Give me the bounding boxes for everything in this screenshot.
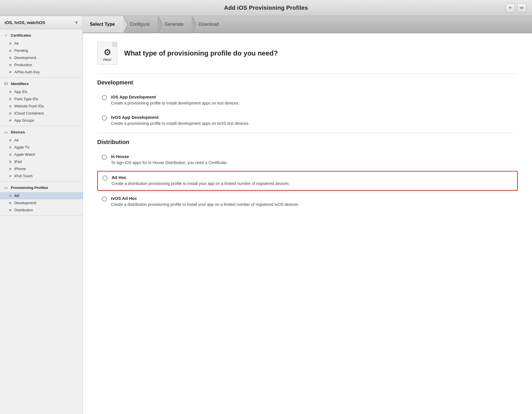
radio-content-tvos-ad-hoc: tvOS Ad HocCreate a distribution provisi… xyxy=(111,196,299,208)
prov-icon: ⚙ PROV xyxy=(97,42,117,65)
sidebar-item-identifiers-app-ids[interactable]: App IDs xyxy=(0,88,83,95)
radio-desc-in-house: To sign iOS apps for In House Distributi… xyxy=(111,160,228,166)
platform-label: iOS, tvOS, watchOS xyxy=(5,20,45,25)
sidebar-section-provisioning-profiles: ▭Provisioning ProfilesAllDevelopmentDist… xyxy=(0,182,83,216)
sidebar-item-identifiers-app-groups[interactable]: App Groups xyxy=(0,117,83,124)
sidebar-item-dot xyxy=(9,168,11,170)
devices-section-icon: ▭ xyxy=(3,130,9,134)
radio-option-in-house[interactable]: In HouseTo sign iOS apps for In House Di… xyxy=(97,151,518,169)
step-label: Configure xyxy=(130,22,150,27)
step-label: Generate xyxy=(164,22,184,27)
content-area: Select TypeConfigureGenerateDownload ⚙ P… xyxy=(83,16,532,414)
certificates-section-icon: ✓ xyxy=(3,33,9,38)
sidebar-item-label: All xyxy=(14,41,18,46)
content-section-distribution: DistributionIn HouseTo sign iOS apps for… xyxy=(97,139,518,211)
sidebar-item-label: APNs Auth Key xyxy=(14,70,40,74)
sidebar-item-label: iCloud Containers xyxy=(14,111,44,115)
sidebar-item-label: iPad xyxy=(14,159,22,164)
sidebar-item-dot xyxy=(9,195,11,197)
sidebar-item-devices-ipad[interactable]: iPad xyxy=(0,158,83,165)
step-arrow-icon xyxy=(158,16,162,33)
sidebar-item-certificates-pending[interactable]: Pending xyxy=(0,47,83,54)
sidebar-item-label: Apple Watch xyxy=(14,152,35,157)
sidebar-item-dot xyxy=(9,153,11,156)
radio-title-ios-app-dev: iOS App Development xyxy=(111,94,239,99)
sidebar-sections: ✓CertificatesAllPendingDevelopmentProduc… xyxy=(0,29,83,216)
sidebar-item-devices-iphone[interactable]: iPhone xyxy=(0,165,83,172)
radio-circle-tvos-app-dev xyxy=(102,115,107,121)
sidebar-item-devices-all[interactable]: All xyxy=(0,137,83,144)
sidebar-item-certificates-production[interactable]: Production xyxy=(0,61,83,68)
radio-desc-ios-app-dev: Create a provisioning profile to install… xyxy=(111,100,239,106)
sidebar-item-dot xyxy=(9,64,11,66)
sidebar-item-certificates-apns-auth-key[interactable]: APNs Auth Key xyxy=(0,68,83,76)
sidebar-item-label: Apple TV xyxy=(14,145,29,149)
sidebar-section-devices: ▭DevicesAllApple TVApple WatchiPadiPhone… xyxy=(0,126,83,182)
sidebar-item-provisioning-profiles-all[interactable]: All xyxy=(0,192,83,199)
step-select-type[interactable]: Select Type xyxy=(83,16,123,33)
sidebar-item-dot xyxy=(9,50,11,52)
sidebar-item-certificates-development[interactable]: Development xyxy=(0,54,83,61)
window-title: Add iOS Provisioning Profiles xyxy=(224,5,308,11)
radio-circle-tvos-ad-hoc xyxy=(102,196,107,202)
dropdown-arrow-icon: ▼ xyxy=(75,21,78,25)
radio-option-ios-app-dev[interactable]: iOS App DevelopmentCreate a provisioning… xyxy=(97,91,518,110)
sidebar-section-header-provisioning-profiles: ▭Provisioning Profiles xyxy=(0,186,83,192)
sidebar-item-devices-apple-watch[interactable]: Apple Watch xyxy=(0,151,83,158)
identifiers-section-title: Identifiers xyxy=(11,82,29,86)
radio-desc-tvos-app-dev: Create a provisioning profile to install… xyxy=(111,121,249,127)
gear-icon: ⚙ xyxy=(104,47,111,57)
radio-desc-ad-hoc: Create a distribution provisioning profi… xyxy=(112,181,290,187)
sidebar-item-devices-ipod-touch[interactable]: iPod Touch xyxy=(0,172,83,180)
step-configure[interactable]: Configure xyxy=(123,16,158,33)
sidebar-item-dot xyxy=(9,175,11,177)
sidebar-item-identifiers-website-push-ids[interactable]: Website Push IDs xyxy=(0,102,83,110)
radio-circle-ios-app-dev xyxy=(102,95,107,100)
prov-header: ⚙ PROV What type of provisioning profile… xyxy=(97,42,518,65)
radio-title-tvos-app-dev: tvOS App Development xyxy=(111,115,249,120)
sidebar-item-dot xyxy=(9,91,11,93)
content-section-development: DevelopmentiOS App DevelopmentCreate a p… xyxy=(97,79,518,133)
sidebar-item-label: Pending xyxy=(14,48,28,53)
add-button[interactable]: + xyxy=(506,3,515,13)
radio-content-in-house: In HouseTo sign iOS apps for In House Di… xyxy=(111,154,228,166)
sidebar-section-certificates: ✓CertificatesAllPendingDevelopmentProduc… xyxy=(0,29,83,78)
step-label: Download xyxy=(198,22,219,27)
sidebar-item-devices-apple-tv[interactable]: Apple TV xyxy=(0,144,83,151)
sidebar-item-label: All xyxy=(14,194,19,198)
sidebar-item-certificates-all[interactable]: All xyxy=(0,40,83,47)
step-arrow-icon xyxy=(123,16,128,33)
sidebar-item-dot xyxy=(9,42,11,45)
provisioning-profiles-section-title: Provisioning Profiles xyxy=(11,186,48,190)
sidebar: iOS, tvOS, watchOS ▼ ✓CertificatesAllPen… xyxy=(0,16,83,414)
prov-icon-fold xyxy=(112,42,117,47)
step-download[interactable]: Download xyxy=(192,16,227,33)
sidebar-item-dot xyxy=(9,209,11,211)
sidebar-item-label: All xyxy=(14,138,18,142)
radio-circle-ad-hoc xyxy=(102,176,108,181)
main-question-title: What type of provisioning profile do you… xyxy=(124,49,278,57)
radio-option-ad-hoc[interactable]: Ad HocCreate a distribution provisioning… xyxy=(97,171,518,191)
radio-title-tvos-ad-hoc: tvOS Ad Hoc xyxy=(111,196,299,201)
radio-option-tvos-app-dev[interactable]: tvOS App DevelopmentCreate a provisionin… xyxy=(97,111,518,130)
sidebar-item-label: Pass Type IDs xyxy=(14,97,38,101)
sidebar-item-label: iPhone xyxy=(14,167,26,171)
radio-option-tvos-ad-hoc[interactable]: tvOS Ad HocCreate a distribution provisi… xyxy=(97,192,518,211)
content-body: ⚙ PROV What type of provisioning profile… xyxy=(83,33,532,221)
sidebar-section-header-devices: ▭Devices xyxy=(0,130,83,137)
radio-title-ad-hoc: Ad Hoc xyxy=(112,175,290,180)
sidebar-item-label: Production xyxy=(14,63,32,67)
radio-title-in-house: In House xyxy=(111,154,228,159)
section-divider xyxy=(97,133,518,133)
step-arrow-icon xyxy=(192,16,196,33)
platform-dropdown[interactable]: iOS, tvOS, watchOS ▼ xyxy=(0,16,83,29)
sidebar-item-identifiers-pass-type-ids[interactable]: Pass Type IDs xyxy=(0,95,83,102)
sidebar-item-identifiers-icloud-containers[interactable]: iCloud Containers xyxy=(0,110,83,117)
sidebar-section-header-identifiers: IDIdentifiers xyxy=(0,82,83,88)
edit-button[interactable]: ✏ xyxy=(517,3,526,13)
sidebar-item-provisioning-profiles-distribution[interactable]: Distribution xyxy=(0,206,83,214)
radio-content-ad-hoc: Ad HocCreate a distribution provisioning… xyxy=(112,175,290,187)
sidebar-item-label: Website Push IDs xyxy=(14,104,44,108)
sidebar-item-dot xyxy=(9,57,11,59)
sidebar-item-provisioning-profiles-development[interactable]: Development xyxy=(0,199,83,206)
